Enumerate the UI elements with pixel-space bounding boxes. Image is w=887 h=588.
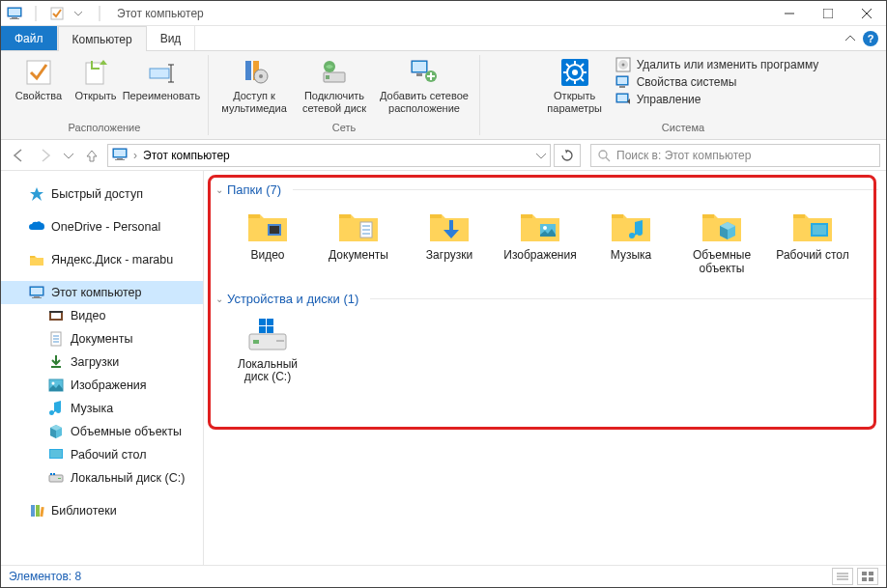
ribbon-collapse-icon[interactable] <box>845 34 855 43</box>
status-bar: Элементов: 8 <box>1 565 886 587</box>
music-icon <box>47 400 65 417</box>
close-button[interactable] <box>847 1 886 26</box>
section-header-folders[interactable]: ⌄ Папки (7) <box>215 182 878 197</box>
svg-point-43 <box>621 64 624 67</box>
help-icon[interactable]: ? <box>863 31 878 46</box>
nav-downloads[interactable]: Загрузки <box>1 350 203 374</box>
folder-icon <box>28 251 45 268</box>
svg-rect-95 <box>813 225 826 235</box>
body: Быстрый доступ OneDrive - Personal Яндек… <box>1 171 886 565</box>
svg-rect-101 <box>259 326 266 333</box>
folder-desktop[interactable]: Рабочий стол <box>776 205 849 276</box>
svg-rect-1 <box>9 9 20 15</box>
tab-file[interactable]: Файл <box>1 26 58 50</box>
svg-rect-82 <box>339 214 351 218</box>
svg-rect-107 <box>869 572 873 575</box>
pc-icon <box>5 4 24 23</box>
window-title: Этот компьютер <box>117 7 204 20</box>
svg-rect-59 <box>32 297 42 298</box>
local-disk-c[interactable]: Локальный диск (C:) <box>231 314 304 385</box>
svg-point-53 <box>599 151 607 158</box>
view-details-button[interactable] <box>832 568 853 585</box>
qat-dropdown-icon[interactable] <box>69 4 88 23</box>
ribbon: Свойства Открыть Переименовать Расположе… <box>1 51 886 140</box>
svg-rect-61 <box>51 313 61 319</box>
navigation-pane: Быстрый доступ OneDrive - Personal Яндек… <box>1 171 204 565</box>
address-path[interactable]: Этот компьютер <box>143 149 230 162</box>
nav-music[interactable]: Музыка <box>1 397 203 420</box>
svg-rect-2 <box>12 17 17 18</box>
address-input[interactable]: › Этот компьютер <box>107 144 551 167</box>
ribbon-group-location: Свойства Открыть Переименовать Расположе… <box>1 55 209 135</box>
picture-icon <box>47 377 65 394</box>
svg-rect-77 <box>36 505 40 517</box>
rename-button[interactable]: Переименовать <box>123 55 200 104</box>
svg-rect-17 <box>245 61 251 80</box>
svg-rect-13 <box>150 69 169 78</box>
nav-desktop[interactable]: Рабочий стол <box>1 443 203 466</box>
properties-button[interactable]: Свойства <box>9 55 69 104</box>
tab-view[interactable]: Вид <box>147 26 196 50</box>
refresh-button[interactable] <box>554 144 581 167</box>
svg-rect-106 <box>862 572 867 575</box>
uninstall-program-button[interactable]: Удалить или изменить программу <box>615 57 819 72</box>
nav-3d-objects[interactable]: Объемные объекты <box>1 420 203 443</box>
svg-rect-71 <box>50 450 62 458</box>
system-sublist: Удалить или изменить программу Свойства … <box>610 55 825 109</box>
svg-rect-109 <box>869 577 873 581</box>
folder-pictures[interactable]: Изображения <box>503 205 577 276</box>
open-button[interactable]: Открыть <box>71 55 121 104</box>
nav-libraries[interactable]: Библиотеки <box>1 499 203 522</box>
add-network-location-button[interactable]: Добавить сетевое расположение <box>377 55 472 116</box>
maximize-button[interactable] <box>809 1 847 26</box>
section-header-devices[interactable]: ⌄ Устройства и диски (1) <box>215 292 878 306</box>
breadcrumb-sep[interactable]: › <box>133 149 137 162</box>
svg-rect-50 <box>114 150 126 156</box>
folder-videos[interactable]: Видео <box>231 205 304 276</box>
nav-forward-button[interactable] <box>34 144 57 167</box>
svg-rect-57 <box>31 288 43 294</box>
address-dropdown-icon[interactable] <box>536 151 546 160</box>
system-properties-button[interactable]: Свойства системы <box>615 74 819 90</box>
svg-rect-91 <box>612 214 623 218</box>
nav-recent-dropdown[interactable] <box>61 144 76 167</box>
ribbon-group-system: Открыть параметры Удалить или изменить п… <box>480 55 886 135</box>
svg-rect-52 <box>115 159 125 160</box>
nav-documents[interactable]: Документы <box>1 327 203 350</box>
nav-quick-access[interactable]: Быстрый доступ <box>1 182 203 206</box>
search-input[interactable]: Поиск в: Этот компьютер <box>590 144 880 167</box>
svg-rect-87 <box>430 214 442 218</box>
folder-documents[interactable]: Документы <box>322 205 395 276</box>
nav-up-button[interactable] <box>80 144 103 167</box>
folder-music[interactable]: Музыка <box>594 205 668 276</box>
ribbon-tabs: Файл Компьютер Вид ? <box>1 26 886 51</box>
svg-rect-88 <box>521 214 532 218</box>
map-drive-button[interactable]: Подключить сетевой диск <box>294 55 375 116</box>
qat-separator-2 <box>90 4 109 23</box>
nav-onedrive[interactable]: OneDrive - Personal <box>1 215 203 238</box>
nav-back-button[interactable] <box>7 144 30 167</box>
nav-this-pc[interactable]: Этот компьютер <box>1 281 203 304</box>
svg-rect-22 <box>326 75 329 79</box>
folder-3d-objects[interactable]: Объемные объекты <box>685 205 758 276</box>
svg-rect-73 <box>58 478 61 479</box>
nav-local-disk[interactable]: Локальный диск (C:) <box>1 466 203 490</box>
onedrive-icon <box>28 218 45 236</box>
download-icon <box>47 353 65 371</box>
manage-button[interactable]: Управление <box>615 92 819 107</box>
media-access-button[interactable]: Доступ к мультимедиа <box>216 55 292 116</box>
folder-downloads[interactable]: Загрузки <box>413 205 486 276</box>
tab-computer[interactable]: Компьютер <box>58 26 147 51</box>
view-icons-button[interactable] <box>857 568 878 585</box>
properties-qat-icon[interactable] <box>47 4 67 23</box>
search-placeholder: Поиск в: Этот компьютер <box>616 149 751 162</box>
open-settings-button[interactable]: Открыть параметры <box>542 55 608 116</box>
nav-videos[interactable]: Видео <box>1 304 203 327</box>
minimize-button[interactable] <box>770 1 809 26</box>
svg-rect-11 <box>27 61 50 84</box>
nav-pictures[interactable]: Изображения <box>1 374 203 397</box>
svg-rect-8 <box>823 9 833 18</box>
qat-separator <box>26 4 45 23</box>
svg-rect-102 <box>267 326 273 333</box>
nav-yandex-disk[interactable]: Яндекс.Диск - marabu <box>1 248 203 271</box>
